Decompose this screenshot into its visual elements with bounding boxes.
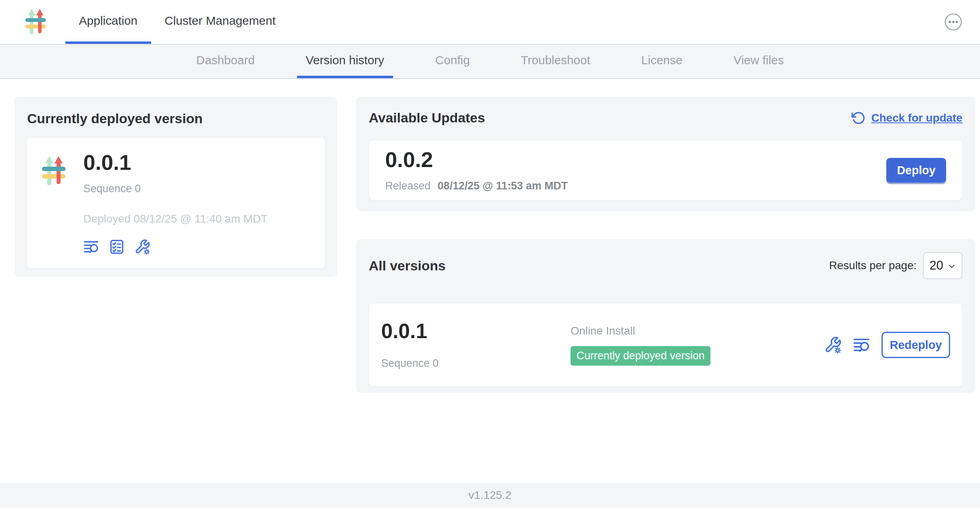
preflight-checklist-icon[interactable] xyxy=(109,239,125,255)
subnav-tab-dashboard[interactable]: Dashboard xyxy=(187,45,264,78)
row-version-number: 0.0.1 xyxy=(381,321,571,341)
available-updates-panel: Available Updates Check for update 0.0.2… xyxy=(356,96,975,211)
check-for-update-link[interactable]: Check for update xyxy=(851,111,962,125)
version-row: 0.0.1 Sequence 0 Online Install Currentl… xyxy=(369,303,962,387)
all-versions-header: All versions Results per page: 20 xyxy=(356,239,975,279)
update-version-number: 0.0.2 xyxy=(385,149,568,170)
currently-deployed-badge: Currently deployed version xyxy=(571,346,710,366)
available-updates-header: Available Updates Check for update xyxy=(356,96,975,126)
all-versions-title: All versions xyxy=(369,258,446,274)
update-released-line: Released 08/12/25 @ 11:53 am MDT xyxy=(385,180,568,192)
row-actions: Redeploy xyxy=(824,332,950,358)
available-update-card: 0.0.2 Released 08/12/25 @ 11:53 am MDT D… xyxy=(369,140,962,201)
all-versions-panel: All versions Results per page: 20 0.0.1 … xyxy=(356,239,975,393)
row-status: Online Install Currently deployed versio… xyxy=(571,325,710,366)
available-updates-title: Available Updates xyxy=(369,110,485,126)
deployed-version-info: 0.0.1 Sequence 0 Deployed 08/12/25 @ 11:… xyxy=(83,152,268,255)
subnav-tab-config[interactable]: Config xyxy=(427,45,479,78)
results-per-page-value: 20 xyxy=(929,258,943,273)
update-version-info: 0.0.2 Released 08/12/25 @ 11:53 am MDT xyxy=(385,149,568,192)
released-label: Released xyxy=(385,180,431,192)
results-per-page: Results per page: 20 xyxy=(829,252,962,279)
row-install-type: Online Install xyxy=(571,325,710,337)
search-logs-icon[interactable] xyxy=(853,336,870,354)
redeploy-button[interactable]: Redeploy xyxy=(882,332,950,358)
row-version-info: 0.0.1 Sequence 0 xyxy=(381,321,571,370)
released-timestamp: 08/12/25 @ 11:53 am MDT xyxy=(438,180,568,192)
header-tab-cluster-management[interactable]: Cluster Management xyxy=(151,0,289,44)
subnav-tab-troubleshoot-label: Troubleshoot xyxy=(521,53,590,67)
header-tabs: Application Cluster Management xyxy=(65,0,289,44)
subnav-tab-license-label: License xyxy=(641,53,682,67)
currently-deployed-title: Currently deployed version xyxy=(14,96,337,138)
subnav-tab-version-history[interactable]: Version history xyxy=(297,45,393,78)
app-header: Application Cluster Management xyxy=(0,0,980,45)
app-logo-icon xyxy=(23,6,50,38)
config-wrench-icon[interactable] xyxy=(134,239,150,255)
app-subnav: Dashboard Version history Config Trouble… xyxy=(0,45,980,79)
header-tab-application[interactable]: Application xyxy=(65,0,151,44)
subnav-tab-view-files-label: View files xyxy=(734,53,784,67)
subnav-tab-license[interactable]: License xyxy=(632,45,691,78)
ellipsis-menu-icon[interactable] xyxy=(944,13,962,31)
row-sequence: Sequence 0 xyxy=(381,357,571,370)
currently-deployed-card: 0.0.1 Sequence 0 Deployed 08/12/25 @ 11:… xyxy=(26,138,325,269)
refresh-ccw-icon xyxy=(851,111,866,125)
header-tab-cluster-management-label: Cluster Management xyxy=(165,14,276,28)
app-footer: v1.125.2 xyxy=(0,482,980,508)
chevron-down-icon xyxy=(947,262,956,271)
results-per-page-label: Results per page: xyxy=(829,259,917,272)
subnav-tab-troubleshoot[interactable]: Troubleshoot xyxy=(512,45,599,78)
deployed-sequence: Sequence 0 xyxy=(83,183,268,195)
app-logo-icon xyxy=(39,152,71,190)
subnav-tab-dashboard-label: Dashboard xyxy=(196,53,255,67)
deployed-timestamp: Deployed 08/12/25 @ 11:40 am MDT xyxy=(83,213,268,225)
currently-deployed-panel: Currently deployed version 0.0.1 Sequenc… xyxy=(14,96,337,277)
check-for-update-label: Check for update xyxy=(871,112,962,124)
config-wrench-icon[interactable] xyxy=(824,336,842,354)
deploy-button[interactable]: Deploy xyxy=(886,158,946,183)
subnav-tab-config-label: Config xyxy=(435,53,470,67)
subnav-tab-version-history-label: Version history xyxy=(306,53,384,67)
subnav-tab-view-files[interactable]: View files xyxy=(725,45,793,78)
deployed-version-number: 0.0.1 xyxy=(83,152,268,173)
search-logs-icon[interactable] xyxy=(83,239,99,255)
header-tab-application-label: Application xyxy=(79,14,138,28)
console-version: v1.125.2 xyxy=(468,489,511,502)
deployed-action-icons xyxy=(83,239,268,255)
results-per-page-select[interactable]: 20 xyxy=(923,252,962,279)
